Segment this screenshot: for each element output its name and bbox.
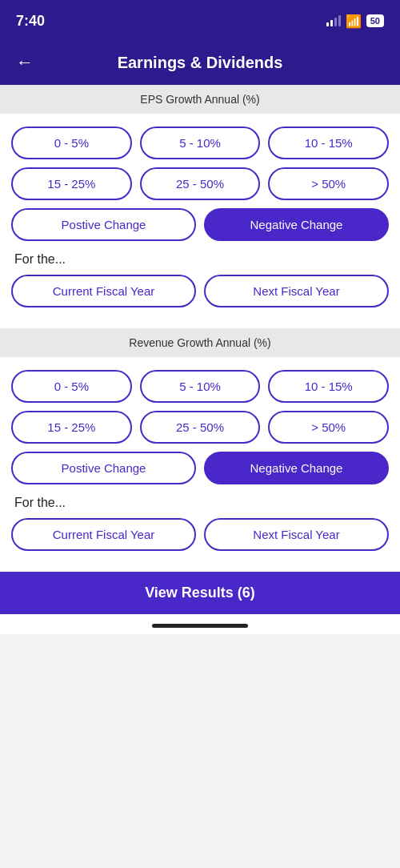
home-indicator — [0, 614, 400, 634]
rev-btn-50plus[interactable]: > 50% — [268, 411, 389, 444]
signal-icon — [326, 15, 341, 26]
rev-fiscal-row: Current Fiscal Year Next Fiscal Year — [11, 518, 389, 551]
rev-btn-25-50[interactable]: 25 - 50% — [140, 411, 261, 444]
revenue-filter-section: 0 - 5% 5 - 10% 10 - 15% 15 - 25% 25 - 50… — [0, 357, 400, 572]
eps-range-row-1: 0 - 5% 5 - 10% 10 - 15% — [11, 127, 389, 159]
view-results-bar: View Results (6) — [0, 572, 400, 614]
rev-btn-10-15[interactable]: 10 - 15% — [268, 370, 389, 403]
revenue-section-label: Revenue Growth Annual (%) — [0, 328, 400, 357]
rev-current-fiscal-year-button[interactable]: Current Fiscal Year — [11, 518, 196, 551]
rev-range-row-2: 15 - 25% 25 - 50% > 50% — [11, 411, 389, 444]
eps-btn-0-5[interactable]: 0 - 5% — [11, 127, 132, 159]
eps-section-label: EPS Growth Annual (%) — [0, 85, 400, 114]
eps-positive-change-button[interactable]: Postive Change — [11, 208, 196, 241]
rev-btn-15-25[interactable]: 15 - 25% — [11, 411, 132, 444]
eps-btn-5-10[interactable]: 5 - 10% — [140, 127, 261, 159]
view-results-button[interactable]: View Results (6) — [11, 585, 389, 601]
status-icons: 📶 50 — [326, 14, 384, 29]
status-bar: 7:40 📶 50 — [0, 0, 400, 40]
battery-badge: 50 — [366, 14, 384, 27]
rev-btn-0-5[interactable]: 0 - 5% — [11, 370, 132, 403]
eps-current-fiscal-year-button[interactable]: Current Fiscal Year — [11, 275, 196, 307]
status-time: 7:40 — [16, 13, 45, 30]
rev-positive-change-button[interactable]: Postive Change — [11, 452, 196, 484]
rev-change-row: Postive Change Negative Change — [11, 452, 389, 484]
wifi-icon: 📶 — [346, 14, 362, 29]
eps-btn-10-15[interactable]: 10 - 15% — [268, 127, 389, 159]
rev-negative-change-button[interactable]: Negative Change — [204, 452, 389, 484]
home-bar — [152, 624, 248, 628]
eps-next-fiscal-year-button[interactable]: Next Fiscal Year — [204, 275, 389, 307]
rev-range-row-1: 0 - 5% 5 - 10% 10 - 15% — [11, 370, 389, 403]
rev-btn-5-10[interactable]: 5 - 10% — [140, 370, 261, 403]
eps-btn-15-25[interactable]: 15 - 25% — [11, 167, 132, 200]
rev-for-the-label: For the... — [14, 496, 386, 510]
page-title: Earnings & Dividends — [46, 54, 354, 72]
eps-for-the-label: For the... — [14, 252, 386, 267]
eps-fiscal-row: Current Fiscal Year Next Fiscal Year — [11, 275, 389, 307]
eps-change-row: Postive Change Negative Change — [11, 208, 389, 241]
rev-next-fiscal-year-button[interactable]: Next Fiscal Year — [204, 518, 389, 551]
header: ← Earnings & Dividends — [0, 40, 400, 85]
eps-btn-25-50[interactable]: 25 - 50% — [140, 167, 261, 200]
back-button[interactable]: ← — [16, 52, 34, 73]
eps-negative-change-button[interactable]: Negative Change — [204, 208, 389, 241]
eps-range-row-2: 15 - 25% 25 - 50% > 50% — [11, 167, 389, 200]
eps-btn-50plus[interactable]: > 50% — [268, 167, 389, 200]
eps-filter-section: 0 - 5% 5 - 10% 10 - 15% 15 - 25% 25 - 50… — [0, 114, 400, 328]
